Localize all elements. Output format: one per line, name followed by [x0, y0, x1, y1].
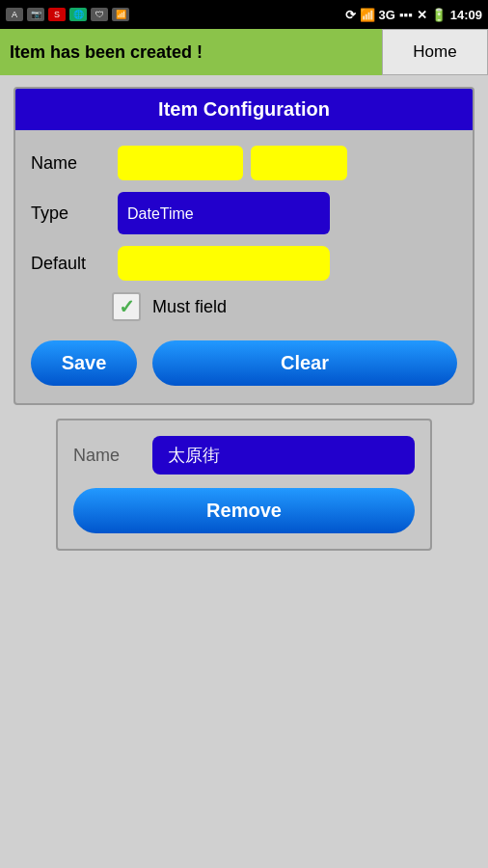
- name-label: Name: [31, 153, 108, 174]
- buttons-row: Save Clear: [15, 327, 473, 386]
- type-label: Type: [31, 203, 108, 224]
- status-bar: A 📷 S 🌐 🛡 📶 ⟳ 📶 3G ▪▪▪ ✕ 🔋 14:09: [0, 0, 488, 29]
- name-input-first[interactable]: [118, 146, 243, 180]
- app-icon-3: S: [48, 8, 66, 21]
- battery-x-icon: ✕: [417, 8, 427, 22]
- status-bar-right: ⟳ 📶 3G ▪▪▪ ✕ 🔋 14:09: [345, 8, 482, 22]
- default-input[interactable]: [118, 246, 330, 281]
- must-field-checkbox[interactable]: ✓: [112, 292, 141, 321]
- battery-icon: 🔋: [431, 8, 447, 22]
- name-row: Name: [15, 140, 473, 186]
- clear-button[interactable]: Clear: [152, 340, 457, 386]
- signal-label: 3G: [379, 8, 395, 22]
- type-select[interactable]: DateTime: [118, 192, 330, 234]
- status-bar-icons: A 📷 S 🌐 🛡 📶: [6, 8, 129, 21]
- default-row: Default: [15, 240, 473, 286]
- rotate-icon: ⟳: [345, 8, 356, 22]
- must-field-label: Must field: [152, 297, 227, 317]
- app-icon-2: 📷: [27, 8, 44, 21]
- app-icon-6: 📶: [112, 8, 129, 21]
- item-name-value: 太原街: [152, 436, 415, 475]
- checkmark-icon: ✓: [119, 295, 135, 318]
- app-icon-4: 🌐: [69, 8, 87, 21]
- notification-bar: Item has been created ! Home: [0, 29, 488, 75]
- default-label: Default: [31, 254, 108, 274]
- main-content: Item Configuration Name Type DateTime De…: [0, 75, 488, 562]
- name-input-second[interactable]: [251, 146, 347, 180]
- app-icon-1: A: [6, 8, 23, 21]
- must-field-row: ✓ Must field: [15, 286, 473, 327]
- notification-message: Item has been created !: [0, 29, 382, 75]
- save-button[interactable]: Save: [31, 340, 137, 386]
- signal-bars: ▪▪▪: [399, 8, 413, 22]
- item-name-label: Name: [73, 446, 141, 466]
- remove-button[interactable]: Remove: [73, 488, 415, 533]
- app-icon-5: 🛡: [91, 8, 108, 21]
- item-card: Name 太原街 Remove: [56, 419, 432, 551]
- wifi-icon: 📶: [360, 8, 375, 22]
- type-row: Type DateTime: [15, 186, 473, 240]
- name-inputs: [118, 146, 457, 180]
- item-name-row: Name 太原街: [73, 436, 415, 475]
- config-title: Item Configuration: [15, 89, 473, 130]
- config-card: Item Configuration Name Type DateTime De…: [14, 87, 474, 405]
- time-display: 14:09: [450, 8, 482, 22]
- home-button[interactable]: Home: [382, 29, 488, 75]
